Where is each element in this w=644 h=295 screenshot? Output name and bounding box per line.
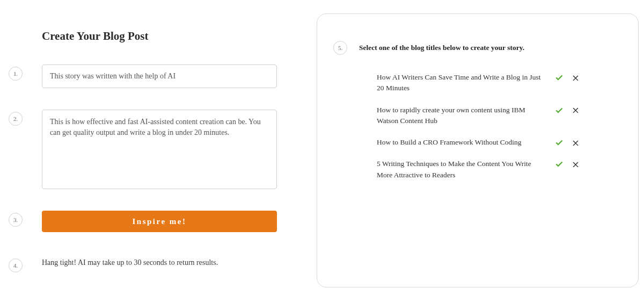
check-icon[interactable]	[554, 138, 565, 147]
suggestion-row: How to Build a CRO Framework Without Cod…	[377, 137, 622, 148]
suggestion-text[interactable]: How to Build a CRO Framework Without Cod…	[377, 137, 554, 148]
step-badge-3: 3.	[9, 213, 23, 227]
suggestion-row: 5 Writing Techniques to Make the Content…	[377, 159, 622, 181]
suggestion-actions	[554, 73, 581, 82]
description-textarea[interactable]	[42, 110, 277, 189]
select-title: Select one of the blog titles below to c…	[359, 44, 524, 52]
step-badge-5: 5.	[333, 41, 347, 55]
step-badge-1: 1.	[9, 67, 23, 81]
suggestion-text[interactable]: How AI Writers Can Save Time and Write a…	[377, 72, 554, 94]
step-badge-2: 2.	[9, 112, 23, 126]
check-icon[interactable]	[554, 160, 565, 168]
suggestion-row: How to rapidly create your own content u…	[377, 105, 622, 127]
check-icon[interactable]	[554, 73, 565, 82]
inspire-button[interactable]: Inspire me!	[42, 211, 277, 232]
check-icon[interactable]	[554, 106, 565, 114]
close-icon[interactable]	[570, 138, 581, 147]
wait-message: Hang tight! AI may take up to 30 seconds…	[42, 258, 218, 267]
suggestion-actions	[554, 106, 581, 114]
close-icon[interactable]	[570, 106, 581, 114]
left-panel: Create Your Blog Post 1. 2. 3. Inspire m…	[0, 0, 317, 295]
close-icon[interactable]	[570, 160, 581, 168]
suggestion-text[interactable]: How to rapidly create your own content u…	[377, 105, 554, 127]
suggestion-actions	[554, 160, 581, 168]
right-panel: 5. Select one of the blog titles below t…	[317, 0, 639, 295]
suggestion-text[interactable]: 5 Writing Techniques to Make the Content…	[377, 159, 554, 181]
suggestion-list: How AI Writers Can Save Time and Write a…	[377, 72, 622, 181]
step-badge-4: 4.	[9, 258, 23, 272]
title-input[interactable]	[42, 64, 277, 88]
suggestion-actions	[554, 138, 581, 147]
suggestions-card: 5. Select one of the blog titles below t…	[317, 13, 639, 287]
page-title: Create Your Blog Post	[42, 30, 306, 43]
close-icon[interactable]	[570, 73, 581, 82]
suggestion-row: How AI Writers Can Save Time and Write a…	[377, 72, 622, 94]
